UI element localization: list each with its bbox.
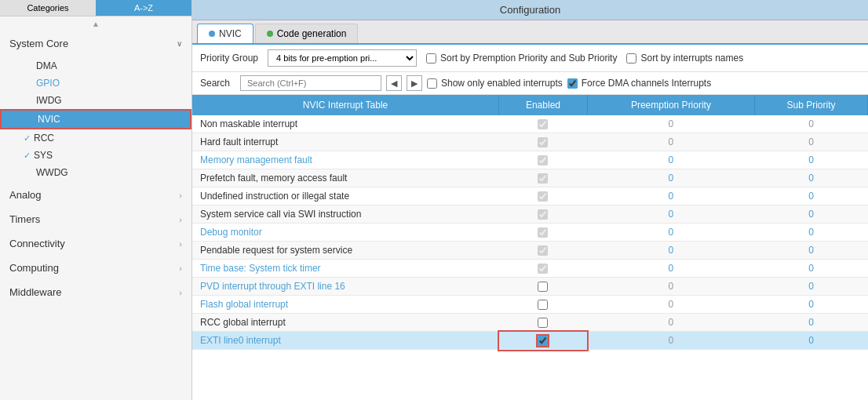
sidebar-nav-computing[interactable]: Computing› xyxy=(0,256,191,280)
sub-priority-cell: 0 xyxy=(755,169,868,187)
sidebar-item-label: WWDG xyxy=(36,167,68,178)
enabled-cell[interactable] xyxy=(499,187,588,205)
tab-label: NVIC xyxy=(219,28,242,39)
priority-group-select[interactable]: 4 bits for pre-emption pri... xyxy=(268,49,417,67)
enabled-cell[interactable] xyxy=(499,278,588,296)
enabled-cell[interactable] xyxy=(499,224,588,242)
enabled-checkbox[interactable] xyxy=(538,300,548,310)
tab-dot-icon xyxy=(209,31,215,37)
sidebar-nav-timers[interactable]: Timers› xyxy=(0,207,191,231)
enabled-checkbox[interactable] xyxy=(538,155,548,165)
enabled-checkbox[interactable] xyxy=(538,119,548,129)
enabled-checkbox[interactable] xyxy=(538,264,548,274)
search-input[interactable] xyxy=(240,75,381,91)
enabled-checkbox[interactable] xyxy=(538,137,548,147)
sort-interrupts-checkbox[interactable] xyxy=(626,53,636,64)
preemption-priority-cell: 0 xyxy=(587,115,754,133)
tab-az[interactable]: A->Z xyxy=(96,0,191,16)
enabled-cell[interactable] xyxy=(499,296,588,314)
sort-premption-checkbox[interactable] xyxy=(426,53,436,64)
sidebar-nav-analog[interactable]: Analog› xyxy=(0,183,191,207)
enabled-checkbox[interactable] xyxy=(538,318,548,328)
enabled-cell[interactable] xyxy=(499,332,588,350)
sort-interrupts-group[interactable]: Sort by interrupts names xyxy=(626,53,743,64)
sort-premption-group[interactable]: Sort by Premption Priority and Sub Prior… xyxy=(426,53,617,64)
search-next-button[interactable]: ▶ xyxy=(407,75,422,91)
sidebar-nav-label: Timers xyxy=(9,213,40,225)
sidebar-item-iwdg[interactable]: IWDG xyxy=(0,92,191,109)
sidebar-item-label: NVIC xyxy=(38,114,60,125)
show-enabled-checkbox[interactable] xyxy=(427,78,437,89)
sub-priority-cell: 0 xyxy=(755,332,868,350)
table-row: Pendable request for system service00 xyxy=(192,242,868,260)
force-dma-group[interactable]: Force DMA channels Interrupts xyxy=(567,78,711,89)
check-icon: ✓ xyxy=(24,133,31,144)
sub-priority-cell: 0 xyxy=(755,205,868,224)
sidebar-item-wwdg[interactable]: WWDG xyxy=(0,164,191,181)
col-preemption: Preemption Priority xyxy=(587,95,754,115)
sidebar-item-label: IWDG xyxy=(36,95,62,106)
col-enabled: Enabled xyxy=(499,95,588,115)
sidebar-item-gpio[interactable]: GPIO xyxy=(0,75,191,92)
sidebar-nav-label: Connectivity xyxy=(9,238,65,249)
preemption-priority-cell: 0 xyxy=(587,296,754,314)
preemption-priority-cell: 0 xyxy=(587,151,754,169)
enabled-cell[interactable] xyxy=(499,169,588,187)
system-core-label: System Core xyxy=(9,38,68,49)
sidebar-item-dma[interactable]: DMA xyxy=(0,57,191,75)
search-bar: Search ◀ ▶ Show only enabled interrupts … xyxy=(192,72,868,95)
interrupt-name[interactable]: PVD interrupt through EXTI line 16 xyxy=(192,278,499,296)
search-prev-button[interactable]: ◀ xyxy=(386,75,402,91)
tab-categories[interactable]: Categories xyxy=(0,0,96,16)
enabled-cell[interactable] xyxy=(499,205,588,224)
scroll-up-icon[interactable]: ▲ xyxy=(92,20,100,28)
enabled-cell[interactable] xyxy=(499,314,588,332)
enabled-checkbox[interactable] xyxy=(538,173,548,184)
interrupt-name: System service call via SWI instruction xyxy=(192,205,499,224)
preemption-priority-cell: 0 xyxy=(587,187,754,205)
sidebar-item-sys[interactable]: ✓SYS xyxy=(0,147,191,164)
interrupt-name[interactable]: Debug monitor xyxy=(192,224,499,242)
interrupt-name: Pendable request for system service xyxy=(192,242,499,260)
enabled-checkbox[interactable] xyxy=(538,191,548,202)
enabled-cell[interactable] xyxy=(499,242,588,260)
enabled-cell[interactable] xyxy=(499,133,588,151)
tab-label: Code generation xyxy=(277,28,347,39)
col-sub: Sub Priority xyxy=(755,95,868,115)
enabled-checkbox[interactable] xyxy=(538,209,548,220)
force-dma-checkbox[interactable] xyxy=(567,78,578,89)
enabled-checkbox[interactable] xyxy=(538,336,548,346)
sub-priority-cell: 0 xyxy=(755,314,868,332)
preemption-priority-cell: 0 xyxy=(587,260,754,278)
table-row: Undefined instruction or illegal state00 xyxy=(192,187,868,205)
enabled-checkbox[interactable] xyxy=(538,282,548,292)
sidebar-item-nvic[interactable]: NVIC xyxy=(0,109,191,129)
interrupt-name[interactable]: Memory management fault xyxy=(192,151,499,169)
preemption-priority-cell: 0 xyxy=(587,133,754,151)
enabled-checkbox[interactable] xyxy=(538,245,548,256)
interrupt-name[interactable]: Time base: System tick timer xyxy=(192,260,499,278)
sidebar-nav-label: Middleware xyxy=(9,286,61,298)
tabs-bar: NVICCode generation xyxy=(192,20,868,45)
chevron-right-icon: › xyxy=(179,288,182,297)
interrupt-name[interactable]: Flash global interrupt xyxy=(192,296,499,314)
sidebar-item-rcc[interactable]: ✓RCC xyxy=(0,129,191,147)
priority-group-label: Priority Group xyxy=(200,53,258,64)
sidebar-nav-connectivity[interactable]: Connectivity› xyxy=(0,231,191,256)
show-enabled-group[interactable]: Show only enabled interrupts xyxy=(427,78,563,89)
enabled-cell[interactable] xyxy=(499,260,588,278)
interrupt-name[interactable]: EXTI line0 interrupt xyxy=(192,332,499,350)
table-header-row: NVIC Interrupt Table Enabled Preemption … xyxy=(192,95,868,115)
sidebar-nav-middleware[interactable]: Middleware› xyxy=(0,280,191,304)
col-name: NVIC Interrupt Table xyxy=(192,95,499,115)
enabled-cell[interactable] xyxy=(499,151,588,169)
tab-nvic[interactable]: NVIC xyxy=(197,24,253,43)
system-core-header[interactable]: System Core ∨ xyxy=(0,31,191,56)
force-dma-label: Force DMA channels Interrupts xyxy=(582,78,711,89)
enabled-cell[interactable] xyxy=(499,115,588,133)
tab-code-generation[interactable]: Code generation xyxy=(255,24,359,43)
chevron-right-icon: › xyxy=(179,239,182,249)
enabled-checkbox[interactable] xyxy=(538,227,548,238)
system-core-chevron: ∨ xyxy=(177,39,182,48)
controls-bar: Priority Group 4 bits for pre-emption pr… xyxy=(192,45,868,72)
